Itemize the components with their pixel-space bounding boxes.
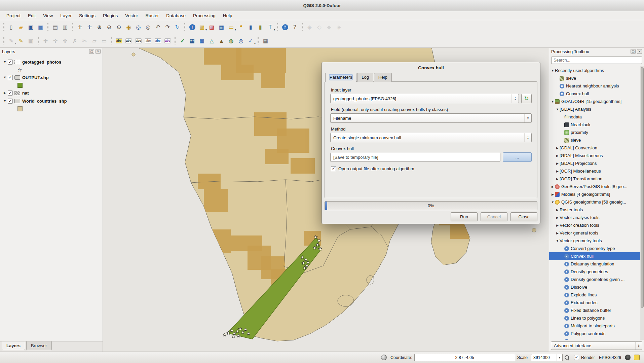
zoom-next-icon[interactable]: ↷ xyxy=(163,23,172,32)
text-annotation-icon[interactable]: T▾ xyxy=(266,23,275,32)
tree-expander[interactable]: ▼ xyxy=(551,201,555,204)
toolbox-item[interactable]: Dissolve xyxy=(549,283,640,291)
toolbox-item[interactable]: sieve xyxy=(549,74,640,82)
scale-combo[interactable]: 3914000 ▾ xyxy=(531,354,563,361)
tab-parameters[interactable]: Parameters xyxy=(325,73,356,82)
combo-arrows-icon[interactable]: ▲▼ xyxy=(635,342,642,350)
combo-arrows-icon[interactable]: ▲▼ xyxy=(524,114,531,122)
whats-this-icon[interactable]: ? xyxy=(290,23,299,32)
label-pin-icon[interactable]: abc xyxy=(144,36,153,45)
save-layer-edits-icon[interactable]: ▣ xyxy=(26,36,35,45)
toolbox-item[interactable]: ▶Models [4 geoalgorithms] xyxy=(549,190,640,198)
save-project-icon[interactable]: ▣ xyxy=(26,23,35,32)
layer-visibility-checkbox[interactable]: ✓ xyxy=(8,75,13,80)
menu-database[interactable]: Database xyxy=(162,12,189,20)
zoom-to-selection-icon[interactable]: ◎ xyxy=(134,23,143,32)
tree-expander[interactable]: ▼ xyxy=(551,100,555,103)
tree-expander[interactable]: ▶ xyxy=(551,185,555,188)
layer-item[interactable]: ▶✓nat xyxy=(0,89,103,97)
new-composer-icon[interactable]: ▤ xyxy=(51,23,60,32)
pan-map-icon[interactable]: ✛ xyxy=(75,23,84,32)
render-checkbox[interactable]: ✓ xyxy=(574,355,579,360)
toolbox-item[interactable]: Extract nodes xyxy=(549,299,640,306)
iterate-layer-button[interactable]: ↻ xyxy=(521,94,532,103)
label-move-icon[interactable]: abc xyxy=(124,36,133,45)
paste-features-icon[interactable]: ▭ xyxy=(100,36,109,45)
layer-visibility-checkbox[interactable]: ✓ xyxy=(8,99,13,104)
method-combo[interactable]: Create single minimum convex hull ▲▼ xyxy=(330,133,532,142)
run-button[interactable]: Run xyxy=(451,212,478,221)
open-project-icon[interactable]: ▰ xyxy=(16,23,26,32)
toolbox-item[interactable]: Polygon centroids xyxy=(549,330,640,337)
tree-expander[interactable]: ▶ xyxy=(555,162,560,165)
toolbox-item[interactable]: ▶[GDAL] Miscellaneous xyxy=(549,152,640,159)
toolbox-item[interactable]: Densify geometries given ... xyxy=(549,276,640,283)
interpolation-icon[interactable]: △ xyxy=(207,36,216,45)
cut-features-icon[interactable]: ✂ xyxy=(80,36,89,45)
new-bookmark-icon[interactable]: ▮ xyxy=(246,23,255,32)
menu-plugins[interactable]: Plugins xyxy=(99,12,121,20)
toolbox-item[interactable]: Fixed distance buffer xyxy=(549,306,640,314)
toolbox-item[interactable]: Convex hull xyxy=(549,90,640,98)
toolbox-item[interactable]: ▼Vector geometry tools xyxy=(549,237,640,245)
toolbox-item[interactable]: Delaunay triangulation xyxy=(549,260,640,268)
tab-layers[interactable]: Layers xyxy=(2,341,25,350)
save-project-as-icon[interactable]: ▣ xyxy=(36,23,45,32)
menu-layer[interactable]: Layer xyxy=(56,12,75,20)
tree-expander[interactable]: ▼ xyxy=(555,108,560,111)
input-layer-combo[interactable]: geotagged_photos [EPSG:4326] ▲▼ xyxy=(330,94,519,103)
tree-expander[interactable]: ▶ xyxy=(555,231,560,235)
crs-label[interactable]: EPSG:4326 xyxy=(599,355,621,360)
zoom-in-icon[interactable]: ⊕ xyxy=(95,23,104,32)
toolbox-item[interactable]: ▶[GDAL] Projections xyxy=(549,159,640,167)
toggle-editing-icon[interactable]: ✎ xyxy=(16,36,26,45)
deselect-features-icon[interactable]: ▨ xyxy=(207,23,216,32)
close-panel-icon[interactable]: ✕ xyxy=(637,49,642,54)
toolbox-item[interactable]: proximity xyxy=(549,129,640,136)
layer-item[interactable]: ▼✓geotagged_photos xyxy=(0,58,103,66)
layer-item[interactable]: ▼✓World_countries_shp xyxy=(0,97,103,105)
tree-expander[interactable]: ▶ xyxy=(555,146,560,150)
toolbox-item[interactable]: ▼[GDAL] Analysis xyxy=(549,105,640,113)
cancel-button[interactable]: Cancel xyxy=(481,212,507,221)
identify-features-icon[interactable]: i xyxy=(188,23,197,32)
tree-expander[interactable]: ▼ xyxy=(555,239,560,243)
output-file-input[interactable]: [Save to temporary file] xyxy=(330,153,500,162)
toolbox-item[interactable]: Polygonize xyxy=(549,337,640,340)
toolbox-item[interactable]: ▶[OGR] Transformation xyxy=(549,175,640,183)
tree-expander[interactable]: ▶ xyxy=(555,224,560,227)
layer-visibility-checkbox[interactable]: ✓ xyxy=(8,60,13,65)
tree-expander[interactable]: ▼ xyxy=(551,69,555,72)
toolbox-item[interactable]: Densify geometries xyxy=(549,268,640,276)
toolbox-item[interactable]: ▶Raster tools xyxy=(549,206,640,214)
toolbox-scrollbar[interactable] xyxy=(640,66,644,340)
new-project-icon[interactable]: ▯ xyxy=(7,23,16,32)
tree-expander[interactable]: ▶ xyxy=(555,177,560,181)
toolbox-item[interactable]: ▶[OGR] Miscellaneous xyxy=(549,167,640,175)
zoom-out-icon[interactable]: ⊖ xyxy=(105,23,114,32)
tree-expander[interactable]: ▶ xyxy=(555,208,560,212)
label-properties-icon[interactable]: abc xyxy=(163,36,172,45)
pan-to-selection-icon[interactable]: ✛ xyxy=(85,23,94,32)
plugin-tool-3-icon[interactable]: ◆ xyxy=(325,23,334,32)
coordinate-input[interactable] xyxy=(414,354,515,361)
layer-expander[interactable]: ▼ xyxy=(3,76,7,79)
toolbox-item[interactable]: ▶Vector analysis tools xyxy=(549,214,640,221)
tab-browser[interactable]: Browser xyxy=(26,341,52,350)
metasearch-icon[interactable]: ✔ xyxy=(178,36,187,45)
mouse-position-icon[interactable] xyxy=(381,355,387,360)
menu-processing[interactable]: Processing xyxy=(189,12,219,20)
toolbox-item[interactable]: ▶Vector creation tools xyxy=(549,221,640,229)
composer-manager-icon[interactable]: ▥ xyxy=(61,23,70,32)
topology-checker-icon[interactable]: ✓▾ xyxy=(246,36,255,45)
show-bookmarks-icon[interactable]: ▮ xyxy=(256,23,265,32)
chevron-down-icon[interactable]: ▾ xyxy=(557,354,562,361)
select-features-icon[interactable]: ▨▾ xyxy=(197,23,206,32)
menu-raster[interactable]: Raster xyxy=(142,12,162,20)
zoom-full-icon[interactable]: ◉ xyxy=(124,23,133,32)
globe-plugin-icon[interactable]: ◍ xyxy=(227,36,236,45)
toolbox-item[interactable]: Lines to polygons xyxy=(549,314,640,322)
tree-expander[interactable]: ▶ xyxy=(555,154,560,157)
toolbox-item[interactable]: Convex hull xyxy=(549,252,640,260)
open-output-checkbox[interactable]: ✓ xyxy=(331,166,336,171)
